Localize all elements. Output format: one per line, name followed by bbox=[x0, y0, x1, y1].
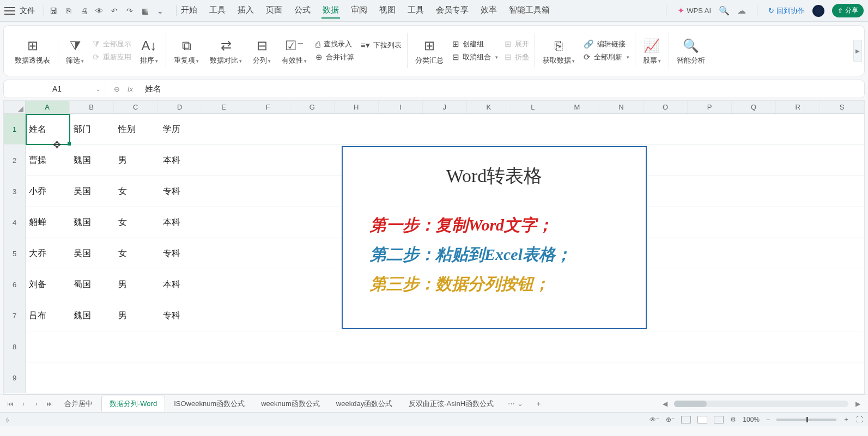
cell[interactable]: 专科 bbox=[160, 238, 204, 269]
cell[interactable] bbox=[785, 114, 830, 144]
preview-icon[interactable]: 👁 bbox=[93, 5, 105, 17]
avatar[interactable] bbox=[812, 5, 824, 17]
tab-smart-toolbox[interactable]: 智能工具箱 bbox=[508, 3, 551, 19]
scroll-thumb[interactable] bbox=[674, 401, 707, 407]
tab-member[interactable]: 会员专享 bbox=[435, 3, 470, 19]
validity-button[interactable]: ☑⁻ 有效性▾ bbox=[276, 36, 312, 65]
col-header-E[interactable]: E bbox=[202, 101, 246, 113]
cell[interactable] bbox=[249, 176, 294, 207]
stock-button[interactable]: 📈 股票▾ bbox=[638, 36, 666, 65]
cell[interactable]: 魏国 bbox=[70, 300, 115, 331]
cell[interactable] bbox=[472, 331, 517, 362]
col-header-N[interactable]: N bbox=[599, 101, 644, 113]
cell[interactable]: 男 bbox=[115, 145, 160, 175]
cell[interactable] bbox=[740, 269, 785, 300]
cell[interactable] bbox=[785, 362, 830, 393]
cell[interactable] bbox=[383, 331, 428, 362]
cell[interactable] bbox=[338, 331, 383, 362]
cell[interactable] bbox=[204, 362, 249, 393]
sheet-nav-prev[interactable]: ‹ bbox=[17, 400, 29, 408]
cell[interactable] bbox=[294, 331, 338, 362]
cancel-icon[interactable]: ⊖ bbox=[114, 85, 120, 93]
cell[interactable] bbox=[160, 331, 204, 362]
search-icon[interactable]: 🔍 bbox=[719, 5, 730, 16]
cell[interactable] bbox=[651, 207, 696, 238]
col-header-L[interactable]: L bbox=[511, 101, 555, 113]
cell[interactable] bbox=[517, 114, 562, 144]
cell[interactable] bbox=[740, 362, 785, 393]
cell[interactable] bbox=[294, 269, 338, 300]
hamburger-icon[interactable] bbox=[4, 7, 15, 15]
cell[interactable] bbox=[785, 300, 830, 331]
row-header[interactable]: 2 bbox=[4, 145, 26, 175]
col-header-K[interactable]: K bbox=[467, 101, 511, 113]
reapply-button[interactable]: ⟳重新应用 bbox=[93, 52, 131, 62]
sheet-tab-active[interactable]: 数据分列-Word bbox=[101, 396, 165, 411]
cell[interactable] bbox=[696, 269, 740, 300]
cell[interactable] bbox=[472, 362, 517, 393]
col-header-I[interactable]: I bbox=[379, 101, 423, 113]
cell[interactable] bbox=[785, 331, 830, 362]
cell[interactable]: 吕布 bbox=[26, 300, 70, 331]
cell[interactable] bbox=[651, 300, 696, 331]
eye-icon[interactable]: 👁⁻ bbox=[650, 416, 659, 423]
cell[interactable] bbox=[785, 145, 830, 175]
group-button[interactable]: ⊞创建组 bbox=[452, 39, 498, 49]
cell[interactable] bbox=[562, 362, 606, 393]
cell[interactable] bbox=[249, 331, 294, 362]
print-icon[interactable]: 🖨 bbox=[78, 5, 90, 17]
cell[interactable]: 本科 bbox=[160, 207, 204, 238]
cell[interactable] bbox=[294, 114, 338, 144]
cell[interactable] bbox=[696, 331, 740, 362]
view-normal-icon[interactable] bbox=[681, 416, 691, 423]
tab-start[interactable]: 开始 bbox=[180, 3, 198, 19]
cell[interactable] bbox=[740, 300, 785, 331]
tab-tools2[interactable]: 工具 bbox=[406, 3, 425, 19]
expand-button[interactable]: ⊞展开 bbox=[505, 39, 529, 49]
cell[interactable]: 蜀国 bbox=[70, 269, 115, 300]
sheet-nav-next[interactable]: › bbox=[31, 400, 43, 408]
wps-ai-button[interactable]: ✦WPS AI bbox=[677, 5, 711, 16]
cell[interactable] bbox=[204, 238, 249, 269]
cell[interactable] bbox=[204, 145, 249, 175]
cell[interactable] bbox=[26, 362, 70, 393]
cell[interactable] bbox=[160, 362, 204, 393]
cell[interactable] bbox=[70, 331, 115, 362]
cell[interactable] bbox=[249, 114, 294, 144]
view-page-icon[interactable] bbox=[697, 416, 707, 423]
horizontal-scrollbar[interactable]: ◀ ▶ bbox=[659, 400, 864, 408]
cell[interactable] bbox=[606, 331, 651, 362]
cell[interactable] bbox=[517, 331, 562, 362]
cell[interactable] bbox=[338, 362, 383, 393]
tab-view[interactable]: 视图 bbox=[378, 3, 397, 19]
edit-links-button[interactable]: 🔗编辑链接 bbox=[584, 39, 629, 49]
cell[interactable] bbox=[740, 207, 785, 238]
formula-input[interactable]: 姓名 bbox=[141, 84, 860, 94]
row-header[interactable]: 3 bbox=[4, 176, 26, 207]
cell[interactable] bbox=[383, 114, 428, 144]
cell[interactable] bbox=[115, 362, 160, 393]
cell[interactable] bbox=[651, 238, 696, 269]
cell[interactable] bbox=[204, 114, 249, 144]
fx-icon[interactable]: fx bbox=[128, 85, 133, 93]
sheet-nav-last[interactable]: ⏭ bbox=[44, 400, 56, 408]
cell[interactable] bbox=[740, 331, 785, 362]
cell[interactable] bbox=[651, 362, 696, 393]
fullscreen-icon[interactable]: ⛶ bbox=[856, 416, 863, 423]
cell[interactable] bbox=[740, 176, 785, 207]
cell[interactable] bbox=[785, 269, 830, 300]
settings-icon[interactable]: ⚙ bbox=[730, 416, 736, 423]
cell[interactable]: 貂蝉 bbox=[26, 207, 70, 238]
cell[interactable] bbox=[338, 114, 383, 144]
cell[interactable] bbox=[785, 176, 830, 207]
cell[interactable] bbox=[606, 362, 651, 393]
compare-button[interactable]: ⇄ 数据对比▾ bbox=[204, 36, 247, 65]
cell[interactable]: 男 bbox=[115, 300, 160, 331]
cell[interactable]: 本科 bbox=[160, 269, 204, 300]
col-header-M[interactable]: M bbox=[555, 101, 599, 113]
save-icon[interactable]: 🖫 bbox=[47, 5, 59, 17]
name-box[interactable]: A1 ⌄ bbox=[8, 80, 106, 98]
cell[interactable]: 吴国 bbox=[70, 238, 115, 269]
cell[interactable] bbox=[428, 114, 472, 144]
cell[interactable] bbox=[383, 362, 428, 393]
